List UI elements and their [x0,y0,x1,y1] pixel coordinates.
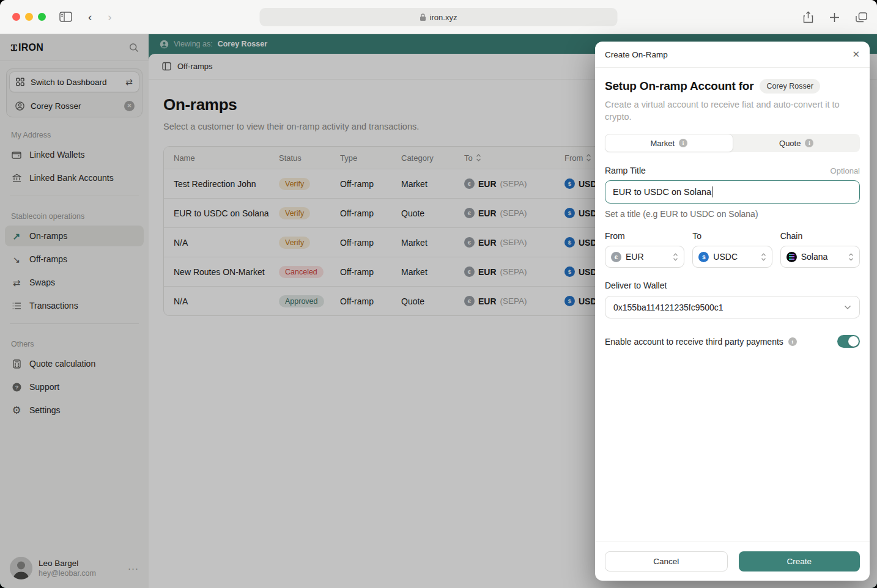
text-cursor [712,186,712,197]
forward-icon[interactable]: › [108,10,111,24]
close-window-button[interactable] [12,13,20,21]
deliver-to-wallet-label: Deliver to Wallet [605,281,667,290]
tab-quote[interactable]: Quote i [733,134,860,152]
ramp-title-helper: Set a title (e.g EUR to USDC on Solana) [605,209,860,219]
ramp-title-input[interactable]: EUR to USDC on Solana [605,180,860,204]
close-icon[interactable]: ✕ [852,49,860,60]
tab-overview-icon[interactable] [856,12,867,23]
address-bar[interactable]: iron.xyz [260,8,618,26]
share-icon[interactable] [803,11,813,23]
ramp-title-label: Ramp Title [605,166,646,175]
window-controls [12,13,46,21]
info-icon: i [805,139,813,147]
wallet-select[interactable]: 0x155ba114121235fc9500c1 [605,296,860,318]
url-text: iron.xyz [430,13,457,22]
zoom-window-button[interactable] [38,13,46,21]
chevron-up-down-icon [673,253,678,261]
modal-description: Create a virtual account to receive fiat… [605,99,849,123]
chain-select[interactable]: Solana [780,246,860,268]
third-party-payments-toggle[interactable] [837,335,860,348]
from-label: From [605,231,684,241]
create-button[interactable]: Create [739,551,860,571]
browser-sidebar-toggle-icon[interactable] [59,12,72,22]
chevron-down-icon [844,305,851,310]
info-icon: i [788,337,797,346]
browser-chrome: ‹ › iron.xyz [0,0,877,34]
chevron-up-down-icon [761,253,766,261]
to-select[interactable]: $ USDC [692,246,772,268]
modal-title: Create On-Ramp [605,50,668,59]
create-on-ramp-modal: Create On-Ramp ✕ Setup On-ramp Account f… [595,42,870,581]
optional-label: Optional [831,166,860,175]
tab-market[interactable]: Market i [605,134,733,152]
customer-badge: Corey Rosser [760,79,820,94]
new-tab-icon[interactable] [829,12,840,23]
usdc-icon: $ [698,252,709,262]
chevron-up-down-icon [848,253,854,261]
from-select[interactable]: € EUR [605,246,684,268]
info-icon: i [679,139,687,147]
modal-heading: Setup On-ramp Account for [605,79,753,93]
chain-label: Chain [780,231,860,241]
solana-icon [786,252,797,262]
minimize-window-button[interactable] [25,13,33,21]
browser-window: ‹ › iron.xyz [0,0,877,588]
market-quote-tabs: Market i Quote i [605,134,860,152]
lock-icon [420,13,426,21]
cancel-button[interactable]: Cancel [605,551,728,571]
to-label: To [692,231,772,241]
third-party-payments-label: Enable account to receive third party pa… [605,337,783,347]
eur-icon: € [611,252,621,262]
back-icon[interactable]: ‹ [88,10,92,24]
